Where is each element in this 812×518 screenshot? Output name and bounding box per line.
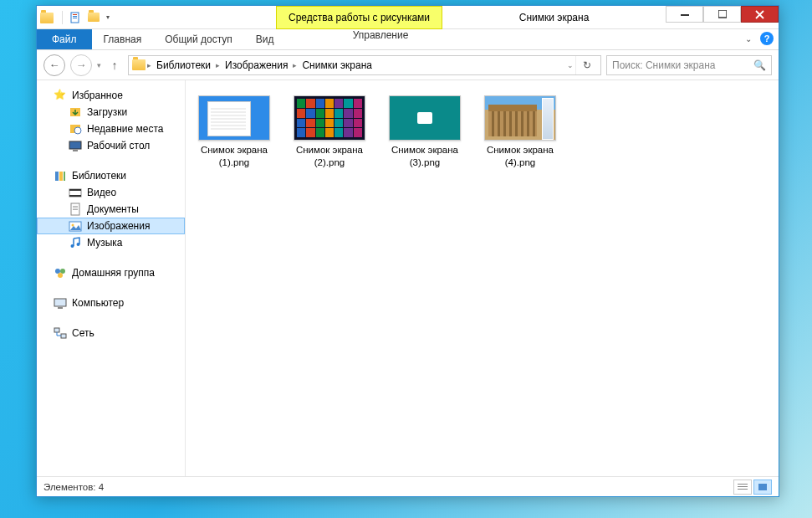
file-item[interactable]: Снимок экрана (4).png [480, 95, 560, 169]
tree-computer[interactable]: Компьютер [37, 295, 185, 311]
window-title: Снимки экрана [442, 6, 666, 28]
back-button[interactable]: ← [43, 54, 65, 76]
tree-label: Музыка [87, 237, 122, 249]
computer-icon [54, 296, 67, 310]
svg-rect-31 [61, 334, 66, 338]
svg-rect-3 [73, 18, 77, 18]
chevron-right-icon[interactable]: ▸ [293, 61, 297, 69]
svg-rect-19 [73, 208, 78, 208]
file-name: Снимок экрана (3).png [385, 144, 465, 169]
tree-recent[interactable]: Недавние места [37, 121, 185, 137]
app-icon [40, 13, 54, 23]
file-item[interactable]: Снимок экрана (2).png [289, 95, 370, 169]
svg-rect-9 [69, 141, 81, 149]
tree-homegroup[interactable]: Домашняя группа [37, 264, 185, 281]
expand-ribbon-icon[interactable]: ⌄ [745, 34, 752, 44]
breadcrumb-segment[interactable]: Изображения [222, 59, 291, 71]
tree-music[interactable]: Музыка [37, 234, 185, 251]
forward-button[interactable]: → [70, 54, 92, 76]
svg-rect-32 [738, 484, 748, 485]
tree-label: Недавние места [87, 123, 163, 135]
documents-icon [69, 203, 82, 216]
network-icon [54, 326, 67, 340]
tree-label: Видео [87, 187, 116, 198]
qat-properties-button[interactable] [66, 8, 84, 27]
svg-rect-35 [758, 484, 767, 490]
pictures-icon [69, 219, 82, 233]
breadcrumb-segment[interactable]: Снимки экрана [299, 59, 375, 71]
svg-rect-1 [73, 14, 77, 15]
file-item[interactable]: Снимок экрана (3).png [385, 95, 465, 169]
thumbnail [389, 95, 461, 141]
file-item[interactable]: Снимок экрана (1).png [194, 95, 274, 169]
svg-rect-29 [58, 307, 63, 309]
tree-label: Сеть [72, 327, 94, 339]
tab-share[interactable]: Общий доступ [153, 29, 244, 49]
tree-downloads[interactable]: Загрузки [37, 104, 185, 121]
location-icon [132, 59, 146, 70]
downloads-icon [69, 105, 82, 119]
details-view-button[interactable] [733, 480, 752, 495]
explorer-window: ▾ Средства работы с рисунками Снимки экр… [36, 5, 779, 497]
tree-favorites[interactable]: ⭐Избранное [37, 87, 185, 104]
chevron-right-icon[interactable]: ▸ [216, 61, 220, 69]
close-button[interactable] [741, 6, 779, 23]
body: ⭐Избранное Загрузки Недавние места Рабоч… [37, 80, 779, 476]
tree-desktop[interactable]: Рабочий стол [37, 137, 185, 154]
chevron-right-icon[interactable]: ▸ [147, 61, 151, 69]
history-dropdown[interactable]: ▾ [97, 61, 101, 69]
tab-manage[interactable]: Управление [309, 29, 452, 41]
tree-documents[interactable]: Документы [37, 201, 185, 218]
svg-point-26 [60, 269, 65, 274]
maximize-button[interactable] [703, 6, 741, 23]
navigation-bar: ← → ▾ ↑ ▸ Библиотеки ▸ Изображения ▸ Сни… [37, 50, 779, 80]
tree-label: Домашняя группа [72, 267, 155, 279]
up-button[interactable]: ↑ [106, 57, 123, 74]
homegroup-icon [54, 266, 67, 280]
svg-rect-12 [59, 172, 63, 181]
address-dropdown[interactable]: ⌄ [567, 61, 574, 69]
refresh-button[interactable]: ↻ [575, 56, 597, 74]
search-input[interactable]: Поиск: Снимки экрана 🔍 [606, 55, 772, 75]
search-icon[interactable]: 🔍 [753, 59, 766, 71]
svg-rect-30 [54, 328, 59, 332]
svg-rect-15 [69, 189, 81, 191]
quick-access-toolbar: ▾ [37, 6, 113, 28]
tree-network[interactable]: Сеть [37, 325, 185, 341]
recent-icon [69, 122, 82, 136]
thumbnail [294, 95, 365, 141]
svg-rect-4 [681, 14, 689, 16]
file-name: Снимок экрана (2).png [289, 144, 370, 169]
thumbnails-view-button[interactable] [753, 480, 772, 495]
address-bar[interactable]: ▸ Библиотеки ▸ Изображения ▸ Снимки экра… [128, 55, 601, 75]
music-icon [69, 236, 82, 249]
thumbnail [484, 95, 556, 141]
breadcrumb-segment[interactable]: Библиотеки [153, 59, 214, 71]
qat-customize-dropdown[interactable]: ▾ [103, 8, 113, 27]
tab-file[interactable]: Файл [37, 29, 92, 49]
tab-view[interactable]: Вид [244, 29, 286, 49]
tree-label: Рабочий стол [87, 140, 150, 151]
ribbon-tabs: Файл Главная Общий доступ Вид Управление… [37, 29, 779, 50]
svg-rect-28 [54, 299, 66, 306]
file-list[interactable]: Снимок экрана (1).png Снимок экрана (2).… [186, 80, 779, 476]
svg-point-27 [58, 273, 63, 278]
tab-home[interactable]: Главная [92, 29, 154, 49]
search-placeholder: Поиск: Снимки экрана [612, 59, 715, 71]
tree-label: Документы [87, 203, 139, 215]
svg-rect-5 [718, 10, 727, 18]
tree-libraries[interactable]: Библиотеки [37, 167, 185, 184]
svg-rect-13 [64, 172, 65, 181]
svg-rect-2 [73, 16, 77, 17]
desktop-icon [69, 139, 82, 152]
qat-newfolder-button[interactable] [84, 8, 103, 27]
libraries-icon [54, 169, 67, 182]
file-name: Снимок экрана (4).png [480, 144, 560, 169]
svg-point-8 [74, 127, 81, 134]
help-button[interactable]: ? [760, 32, 774, 45]
navigation-tree[interactable]: ⭐Избранное Загрузки Недавние места Рабоч… [37, 80, 186, 476]
titlebar[interactable]: ▾ Средства работы с рисунками Снимки экр… [37, 6, 779, 29]
minimize-button[interactable] [666, 6, 703, 23]
tree-video[interactable]: Видео [37, 184, 185, 201]
tree-pictures[interactable]: Изображения [37, 218, 185, 234]
